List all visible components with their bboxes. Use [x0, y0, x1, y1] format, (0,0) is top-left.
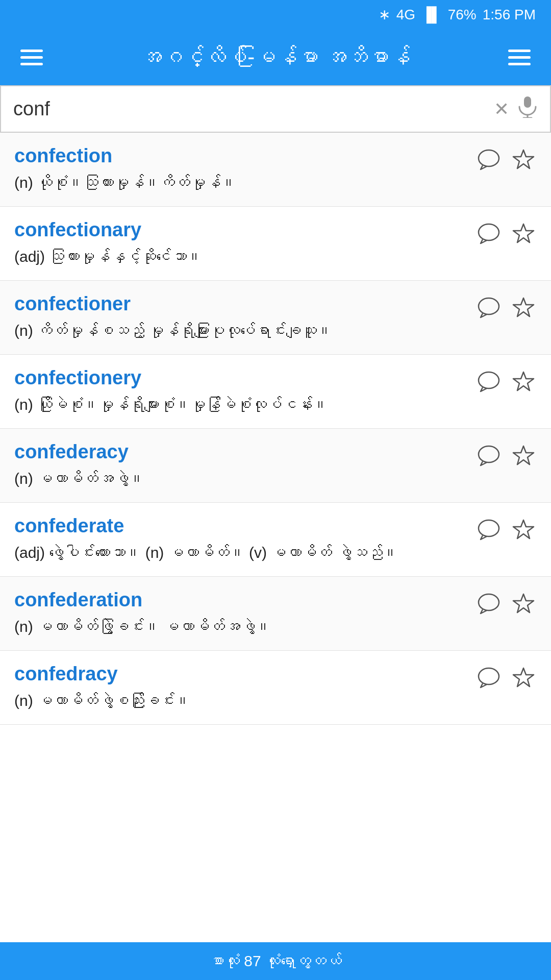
speak-button[interactable]	[475, 369, 502, 396]
app-header: အင်္ဂလိပ်-မြန်မာ အဘိဓာန်	[0, 29, 551, 85]
word-definition: (n) မဟာမိတ်ဖွဲ့ခြင်း။ မဟာမိတ်အဖွဲ့။	[14, 615, 475, 638]
svg-point-17	[479, 668, 499, 684]
speak-button[interactable]	[475, 221, 502, 248]
svg-point-5	[479, 224, 499, 240]
word-content: confederacy (n) မဟာမိတ်အဖွဲ့။	[14, 441, 475, 490]
word-content: confedracy (n) မဟာမိတ်ဖွဲ့စည်းခြင်း။	[14, 663, 475, 712]
word-actions	[475, 219, 537, 248]
word-content: confectionary (adj) သကြားမှုန်နှင့်ဆိုင်…	[14, 219, 475, 268]
list-item: confedracy (n) မဟာမိတ်ဖွဲ့စည်းခြင်း။	[0, 651, 551, 725]
word-content: confectionery (n) ယိုမြဲစုံ။မှုန်ရိုများ…	[14, 367, 475, 416]
svg-point-7	[479, 298, 499, 314]
right-menu-button[interactable]	[503, 44, 536, 70]
svg-point-9	[479, 372, 499, 388]
list-item: confederation (n) မဟာမိတ်ဖွဲ့ခြင်း။ မဟာမ…	[0, 577, 551, 651]
word-content: confection (n) ယိုစုံ။သကြားမှုန်။ကိတ်မှု…	[14, 145, 475, 194]
speak-button[interactable]	[475, 665, 502, 692]
list-item: confederate (adj) ဖွဲ့ပေါင်းထားသော။ (n) …	[0, 503, 551, 577]
svg-marker-12	[513, 446, 534, 464]
status-icons: ∗ 4G ▐▌ 76% 1:56 PM	[379, 6, 536, 23]
word-title: confection	[14, 145, 475, 167]
speak-button[interactable]	[475, 443, 502, 470]
word-title: confectionery	[14, 367, 475, 389]
word-definition: (adj) ဖွဲ့ပေါင်းထားသော။ (n) မဟာမိတ်။ (v)…	[14, 541, 475, 564]
svg-point-13	[479, 520, 499, 536]
word-list: confection (n) ယိုစုံ။သကြားမှုန်။ကိတ်မှု…	[0, 133, 551, 942]
word-content: confederation (n) မဟာမိတ်ဖွဲ့ခြင်း။ မဟာမ…	[14, 589, 475, 638]
word-content: confederate (adj) ဖွဲ့ပေါင်းထားသော။ (n) …	[14, 515, 475, 564]
result-count: စာလုံး 87 လုံးရှာတွေ့တယ်	[209, 952, 342, 969]
footer: စာလုံး 87 လုံးရှာတွေ့တယ်	[0, 942, 551, 980]
word-title: confectionary	[14, 219, 475, 241]
favorite-button[interactable]	[510, 369, 537, 396]
word-definition: (adj) သကြားမှုန်နှင့်ဆိုင်သော။	[14, 245, 475, 268]
search-input[interactable]	[13, 98, 486, 120]
word-actions	[475, 441, 537, 470]
svg-marker-16	[513, 594, 534, 612]
search-clear-button[interactable]: ✕	[494, 99, 509, 120]
bluetooth-icon: ∗	[379, 6, 390, 23]
speak-button[interactable]	[475, 591, 502, 618]
speak-button[interactable]	[475, 295, 502, 322]
list-item: confectionary (adj) သကြားမှုန်နှင့်ဆိုင်…	[0, 207, 551, 281]
word-content: confectioner (n) ကိတ်မှုန်စသည့် မှုန်ရို…	[14, 293, 475, 342]
svg-marker-18	[513, 668, 534, 687]
word-title: confectioner	[14, 293, 475, 315]
word-actions	[475, 663, 537, 692]
battery-label: 76%	[448, 7, 477, 23]
word-actions	[475, 145, 537, 174]
favorite-button[interactable]	[510, 665, 537, 692]
left-menu-button[interactable]	[15, 44, 48, 70]
svg-marker-10	[513, 372, 534, 390]
svg-point-3	[479, 150, 499, 166]
svg-marker-4	[513, 150, 534, 168]
svg-marker-6	[513, 224, 534, 242]
favorite-button[interactable]	[510, 517, 537, 544]
status-bar: ∗ 4G ▐▌ 76% 1:56 PM	[0, 0, 551, 29]
word-title: confederation	[14, 589, 475, 611]
speak-button[interactable]	[475, 147, 502, 174]
signal-icon: ▐▌	[421, 7, 442, 23]
favorite-button[interactable]	[510, 147, 537, 174]
network-label: 4G	[396, 7, 415, 23]
svg-rect-0	[524, 96, 531, 108]
svg-point-11	[479, 446, 499, 462]
word-actions	[475, 589, 537, 618]
word-actions	[475, 293, 537, 322]
word-definition: (n) မဟာမိတ်ဖွဲ့စည်းခြင်း။	[14, 689, 475, 712]
word-definition: (n) မဟာမိတ်အဖွဲ့။	[14, 467, 475, 490]
favorite-button[interactable]	[510, 591, 537, 618]
word-actions	[475, 515, 537, 544]
favorite-button[interactable]	[510, 295, 537, 322]
word-title: confederate	[14, 515, 475, 537]
word-title: confederacy	[14, 441, 475, 463]
list-item: confectionery (n) ယိုမြဲစုံ။မှုန်ရိုများ…	[0, 355, 551, 429]
svg-point-15	[479, 594, 499, 610]
time-label: 1:56 PM	[483, 7, 536, 23]
speak-button[interactable]	[475, 517, 502, 544]
search-mic-button[interactable]	[517, 95, 538, 122]
svg-marker-8	[513, 298, 534, 316]
app-title: အင်္ဂလိပ်-မြန်မာ အဘိဓာန်	[48, 43, 503, 71]
favorite-button[interactable]	[510, 443, 537, 470]
word-definition: (n) ကိတ်မှုန်စသည့် မှုန်ရိုများပြုလုပ်ရေ…	[14, 319, 475, 342]
search-bar: ✕	[0, 85, 551, 133]
word-title: confedracy	[14, 663, 475, 685]
list-item: confection (n) ယိုစုံ။သကြားမှုန်။ကိတ်မှု…	[0, 133, 551, 207]
word-actions	[475, 367, 537, 396]
list-item: confederacy (n) မဟာမိတ်အဖွဲ့။	[0, 429, 551, 503]
svg-marker-14	[513, 520, 534, 538]
word-definition: (n) ယိုမြဲစုံ။မှုန်ရိုများစုံ။မှုန်မြဲစု…	[14, 393, 475, 416]
list-item: confectioner (n) ကိတ်မှုန်စသည့် မှုန်ရို…	[0, 281, 551, 355]
favorite-button[interactable]	[510, 221, 537, 248]
word-definition: (n) ယိုစုံ။သကြားမှုန်။ကိတ်မှုန်။	[14, 171, 475, 194]
